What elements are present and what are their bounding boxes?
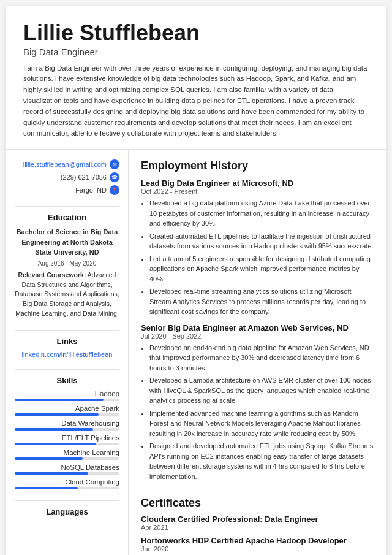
contact-section: lillie.stufflebean@gmail.com ✉ (229) 621… [15,159,119,195]
skill-item: Machine Learning [15,449,119,460]
phone-text: (229) 621-7056 [61,174,107,181]
certs-list: Cloudera Certified Professional: Data En… [141,515,374,553]
header-section: Lillie Stufflebean Big Data Engineer I a… [6,6,386,150]
certificates-section: Certificates Cloudera Certified Professi… [141,497,374,553]
certificates-title: Certificates [141,497,374,510]
skill-bar-fill [15,487,78,489]
bullet-item: Developed a Lambda architecture on AWS E… [149,375,374,406]
skill-bar-bg [15,399,119,401]
resume-container: Lillie Stufflebean Big Data Engineer I a… [6,6,386,555]
education-title: Education [15,213,119,222]
skill-bar-bg [15,487,119,489]
employment-title: Employment History [141,159,374,172]
job-dates: Jul 2020 - Sep 2022 [141,332,374,340]
skill-bar-bg [15,457,119,460]
location-icon: 📍 [110,185,119,195]
cert-date: Jan 2020 [141,545,374,553]
skill-item: Data Warehousing [15,419,119,431]
bullet-item: Developed real-time streaming analytics … [149,286,374,317]
skill-bar-fill [15,428,93,431]
cert-date: Apr 2021 [141,524,374,531]
languages-section: Languages [15,507,119,516]
skill-item: Hadoop [15,390,119,401]
skill-label: Hadoop [15,390,119,397]
education-degree: Bachelor of Science in Big Data Engineer… [17,228,118,256]
bullet-item: Led a team of 5 engineers responsible fo… [149,254,374,285]
skill-bar-bg [15,428,119,431]
education-block: Bachelor of Science in Big Data Engineer… [15,227,119,318]
sidebar: lillie.stufflebean@gmail.com ✉ (229) 621… [6,150,129,555]
skill-label: Machine Learning [15,449,119,456]
education-section: Education Bachelor of Science in Big Dat… [15,213,119,318]
email-icon: ✉ [110,159,119,169]
jobs-list: Lead Big Data Engineer at Microsoft, ND … [141,178,374,481]
education-coursework: Relevant Coursework: Advanced Data Struc… [15,270,119,319]
skill-bar-bg [15,443,119,445]
job-bullets: Developed a big data platform using Azur… [141,198,374,317]
education-dates: Aug 2016 - May 2020 [15,259,119,268]
job-block: Lead Big Data Engineer at Microsoft, ND … [141,178,374,317]
skill-label: Cloud Computing [15,478,119,486]
skills-list: Hadoop Apache Spark Data Warehousing ETL… [15,390,119,489]
phone-icon: ☎ [110,172,119,182]
bullet-item: Developed an end-to-end big data pipelin… [149,343,374,373]
links-section: Links linkedin.com/in/lilliestufflebean [15,337,119,358]
cert-block: Hortonworks HDP Certified Apache Hadoop … [141,536,374,553]
job-block: Senior Big Data Engineer at Amazon Web S… [141,323,374,482]
skills-title: Skills [15,376,119,385]
job-title: Lead Big Data Engineer at Microsoft, ND [141,178,374,188]
cert-name: Cloudera Certified Professional: Data En… [141,515,374,524]
location-text: Fargo, ND [75,186,107,194]
email-text: lillie.stufflebean@gmail.com [23,161,107,168]
bullet-item: Created automated ETL pipelines to facil… [149,231,374,251]
cert-name: Hortonworks HDP Certified Apache Hadoop … [141,536,374,545]
divider-2 [15,330,119,331]
skill-item: NoSQL Databases [15,464,119,475]
section-divider-1 [141,489,374,489]
skill-bar-fill [15,457,83,460]
main-content: Employment History Lead Big Data Enginee… [129,150,386,555]
skill-bar-bg [15,472,119,475]
bullet-item: Designed and developed automated ETL job… [149,441,374,481]
job-dates: Oct 2022 - Present [141,188,374,195]
job-bullets: Developed an end-to-end big data pipelin… [141,343,374,482]
job-title: Senior Big Data Engineer at Amazon Web S… [141,323,374,332]
skill-bar-bg [15,413,119,416]
body-section: lillie.stufflebean@gmail.com ✉ (229) 621… [6,150,386,555]
skill-item: Cloud Computing [15,478,119,489]
summary-text: I am a Big Data Engineer with over three… [23,63,369,140]
languages-title: Languages [15,507,119,516]
skill-item: ETL/ELT Pipelines [15,434,119,445]
divider-3 [15,369,119,370]
skill-label: Apache Spark [15,405,119,412]
skill-bar-fill [15,399,104,401]
email-item[interactable]: lillie.stufflebean@gmail.com ✉ [15,159,119,169]
bullet-item: Developed a big data platform using Azur… [149,198,374,229]
cert-block: Cloudera Certified Professional: Data En… [141,515,374,531]
divider-1 [15,206,119,207]
skill-label: ETL/ELT Pipelines [15,434,119,442]
linkedin-link[interactable]: linkedin.com/in/lilliestufflebean [15,351,119,358]
skill-bar-fill [15,472,88,475]
bullet-item: Implemented advanced machine learning al… [149,408,374,439]
location-item: Fargo, ND 📍 [15,185,119,195]
links-title: Links [15,337,119,346]
skill-bar-fill [15,413,99,416]
coursework-label: Relevant Coursework: [18,271,86,278]
candidate-name: Lillie Stufflebean [23,21,369,45]
skills-section: Skills Hadoop Apache Spark Data Warehous… [15,376,119,489]
skill-bar-fill [15,443,96,445]
candidate-title: Big Data Engineer [23,47,369,57]
employment-section: Employment History Lead Big Data Enginee… [141,159,374,481]
skill-label: Data Warehousing [15,419,119,427]
phone-item: (229) 621-7056 ☎ [15,172,119,182]
divider-4 [15,500,119,501]
skill-item: Apache Spark [15,405,119,416]
skill-label: NoSQL Databases [15,464,119,471]
